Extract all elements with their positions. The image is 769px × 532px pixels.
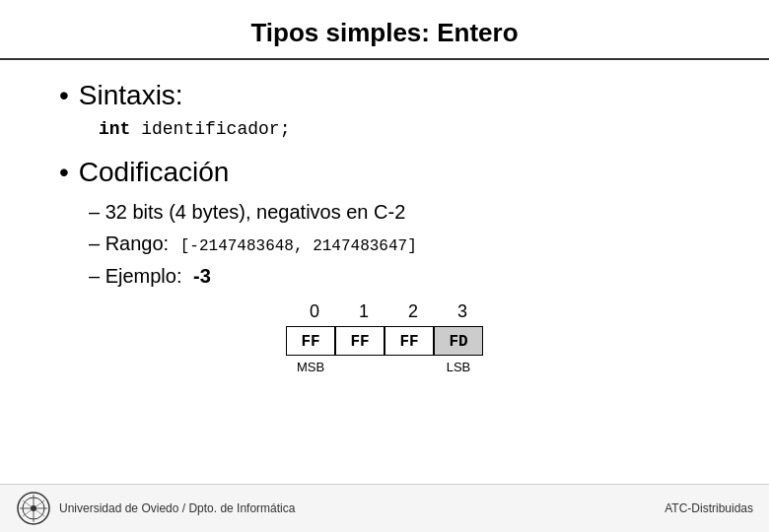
sintaxis-label: Sintaxis: [79,80,183,111]
sub-item-bits: – 32 bits (4 bytes), negativos en C-2 [89,196,710,228]
footer-university: Universidad de Oviedo / Dpto. de Informá… [59,501,295,515]
hex-cell-0: FF [286,326,335,356]
col-num-1: 1 [339,301,388,322]
footer-atc: ATC-Distribuidas [664,501,753,515]
hex-cell-1: FF [335,326,384,356]
col-num-3: 3 [438,301,487,322]
slide-content: • Sintaxis: int identificador; • Codific… [0,60,769,484]
hex-cell-3: FD [434,326,483,356]
sub-item-rango-code: [-2147483648, 2147483647] [180,234,417,260]
footer-left: Universidad de Oviedo / Dpto. de Informá… [16,491,295,526]
sintaxis-heading: • Sintaxis: [59,80,710,111]
sub-item-rango: – Rango: [-2147483648, 2147483647] [89,228,710,260]
msb-label: MSB [286,360,335,374]
hex-cell-2: FF [384,326,434,356]
slide: Tipos simples: Entero • Sintaxis: int id… [0,0,769,532]
slide-header: Tipos simples: Entero [0,0,769,60]
university-logo [16,491,51,526]
code-rest: identificador; [130,119,290,139]
sub-item-ejemplo-prefix: – Ejemplo: [89,260,187,292]
slide-title: Tipos simples: Entero [250,18,518,47]
lsb-label: LSB [434,360,483,374]
table-column-numbers: 0 1 2 3 [290,301,710,322]
col-num-0: 0 [290,301,339,322]
sub-item-bits-text: – 32 bits (4 bytes), negativos en C-2 [89,196,405,228]
svg-point-2 [31,505,36,511]
bullet-dot-1: • [59,80,69,111]
slide-footer: Universidad de Oviedo / Dpto. de Informá… [0,484,769,532]
sintaxis-code: int identificador; [99,119,710,139]
col-num-2: 2 [388,301,438,322]
sub-item-rango-prefix: – Rango: [89,228,175,259]
section-sintaxis: • Sintaxis: int identificador; [59,80,710,139]
bullet-dot-2: • [59,157,69,188]
codificacion-heading: • Codificación [59,157,710,188]
codificacion-label: Codificación [79,157,230,188]
hex-table-section: 0 1 2 3 FF FF FF FD MSB LSB [286,301,710,374]
sub-item-ejemplo-value: -3 [193,260,211,292]
hex-table: FF FF FF FD [286,326,710,356]
sub-item-ejemplo: – Ejemplo: -3 [89,260,710,292]
section-codificacion: • Codificación – 32 bits (4 bytes), nega… [59,157,710,374]
code-keyword-int: int [99,119,130,139]
table-labels: MSB LSB [286,360,710,374]
